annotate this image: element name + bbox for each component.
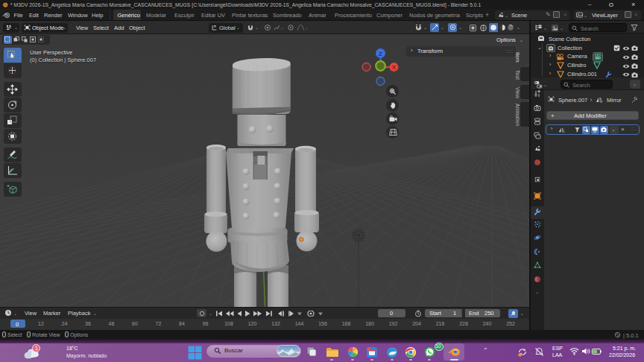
svg-text:X: X bbox=[392, 64, 397, 71]
svg-text:Z: Z bbox=[379, 51, 382, 57]
